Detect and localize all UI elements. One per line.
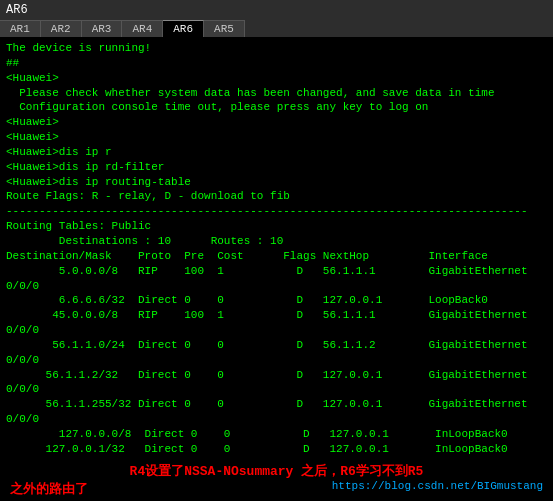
terminal-line: Destination/Mask Proto Pre Cost Flags Ne… bbox=[6, 249, 547, 264]
terminal-line: <Huawei> bbox=[6, 115, 547, 130]
caption-sub: 之外的路由了 bbox=[10, 480, 88, 498]
terminal-line: Destinations : 10 Routes : 10 bbox=[6, 234, 547, 249]
terminal-line: 45.0.0.0/8 RIP 100 1 D 56.1.1.1 GigabitE… bbox=[6, 308, 547, 323]
terminal-line: 5.0.0.0/8 RIP 100 1 D 56.1.1.1 GigabitEt… bbox=[6, 264, 547, 279]
caption-bar: R4设置了NSSA-NOsummary 之后，R6学习不到R5 之外的路由了 h… bbox=[0, 459, 553, 501]
caption-url: https://blog.csdn.net/BIGmustang bbox=[332, 480, 543, 498]
tab-ar6[interactable]: AR6 bbox=[163, 20, 204, 37]
terminal-line: 127.0.0.1/32 Direct 0 0 D 127.0.0.1 InLo… bbox=[6, 442, 547, 457]
tab-ar3[interactable]: AR3 bbox=[82, 20, 123, 37]
terminal-line: 0/0/0 bbox=[6, 382, 547, 397]
terminal-line: Configuration console time out, please p… bbox=[6, 100, 547, 115]
terminal-line: 0/0/0 bbox=[6, 279, 547, 294]
tab-ar5[interactable]: AR5 bbox=[204, 20, 245, 37]
terminal-line: 56.1.1.0/24 Direct 0 0 D 56.1.1.2 Gigabi… bbox=[6, 338, 547, 353]
terminal-line: 56.1.1.2/32 Direct 0 0 D 127.0.0.1 Gigab… bbox=[6, 368, 547, 383]
terminal-line: 6.6.6.6/32 Direct 0 0 D 127.0.0.1 LoopBa… bbox=[6, 293, 547, 308]
terminal-line: ## bbox=[6, 56, 547, 71]
terminal-line: <Huawei>dis ip r bbox=[6, 145, 547, 160]
terminal-line: 0/0/0 bbox=[6, 323, 547, 338]
terminal-line: The device is running! bbox=[6, 41, 547, 56]
caption-main: R4设置了NSSA-NOsummary 之后，R6学习不到R5 bbox=[0, 462, 553, 480]
tab-ar2[interactable]: AR2 bbox=[41, 20, 82, 37]
terminal-line: ----------------------------------------… bbox=[6, 204, 547, 219]
terminal-output[interactable]: The device is running!##<Huawei> Please … bbox=[0, 37, 553, 459]
terminal-line: <Huawei> bbox=[6, 71, 547, 86]
tab-ar4[interactable]: AR4 bbox=[122, 20, 163, 37]
title-bar: AR6 bbox=[0, 0, 553, 20]
terminal-line: <Huawei> bbox=[6, 130, 547, 145]
terminal-line: 127.0.0.0/8 Direct 0 0 D 127.0.0.1 InLoo… bbox=[6, 427, 547, 442]
main-window: AR6 AR1 AR2 AR3 AR4 AR6 AR5 The device i… bbox=[0, 0, 553, 501]
terminal-line: <Huawei>dis ip rd-filter bbox=[6, 160, 547, 175]
terminal-line: <Huawei>dis ip routing-table bbox=[6, 175, 547, 190]
terminal-line: Please check whether system data has bee… bbox=[6, 86, 547, 101]
window-title: AR6 bbox=[6, 3, 28, 17]
terminal-line: 56.1.1.255/32 Direct 0 0 D 127.0.0.1 Gig… bbox=[6, 397, 547, 412]
terminal-line: 0/0/0 bbox=[6, 353, 547, 368]
tab-ar1[interactable]: AR1 bbox=[0, 20, 41, 37]
terminal-line: Routing Tables: Public bbox=[6, 219, 547, 234]
tab-bar: AR1 AR2 AR3 AR4 AR6 AR5 bbox=[0, 20, 553, 37]
terminal-line: Route Flags: R - relay, D - download to … bbox=[6, 189, 547, 204]
terminal-line: 0/0/0 bbox=[6, 412, 547, 427]
